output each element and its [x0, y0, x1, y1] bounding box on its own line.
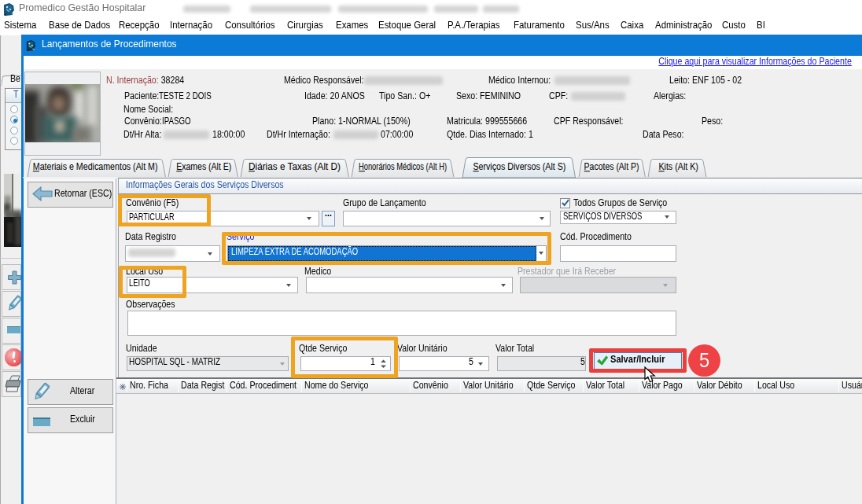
svg-text:Serviços Diversos (Alt S): Serviços Diversos (Alt S)	[473, 161, 565, 172]
svg-text:Exames (Alt E): Exames (Alt E)	[176, 161, 231, 172]
svg-text:Diárias e Taxas (Alt D): Diárias e Taxas (Alt D)	[249, 161, 341, 172]
svg-text:Pacotes (Alt P): Pacotes (Alt P)	[584, 161, 639, 172]
svg-text:Honorários Médicos (Alt H): Honorários Médicos (Alt H)	[359, 161, 447, 172]
svg-text:Materiais e Medicamentos (Alt: Materiais e Medicamentos (Alt M)	[33, 161, 158, 172]
svg-text:Kits (Alt K): Kits (Alt K)	[658, 161, 698, 172]
